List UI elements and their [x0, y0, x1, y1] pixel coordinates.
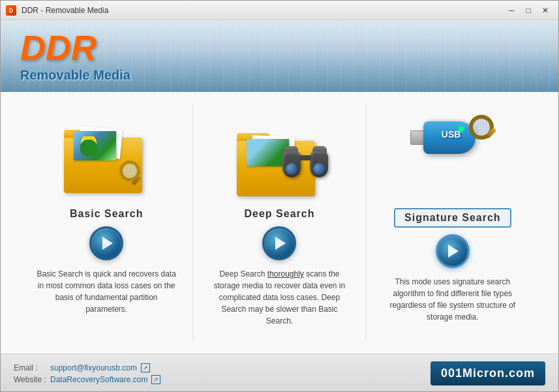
email-external-link-icon[interactable]: ↗ [141, 363, 150, 372]
main-content: Basic Search Basic Search is quick and r… [1, 92, 558, 354]
header-text-block: DDR Removable Media [20, 30, 130, 83]
email-label: Email : [14, 363, 46, 372]
photo-front [74, 131, 116, 160]
magnifier-circle [119, 160, 140, 181]
footer: Email : support@fixyourusb.com ↗ Website… [1, 354, 558, 392]
brand-badge: 001Micron.com [431, 361, 545, 385]
signature-search-icon-container: USB [400, 112, 505, 203]
bino-left-lens [286, 163, 297, 175]
binoculars-folder-icon [237, 118, 322, 196]
play-triangle-icon [448, 245, 459, 258]
signature-search-option: USB Signature Search This mode uses sign… [367, 105, 539, 340]
usb-magnifier [469, 115, 505, 151]
basic-search-play-button[interactable] [89, 226, 123, 260]
minimize-button[interactable]: ─ [504, 4, 519, 17]
brand-title: DDR [20, 30, 130, 65]
photo-flower [76, 136, 102, 156]
website-link[interactable]: DataRecoverySoftware.com [50, 375, 147, 384]
signature-search-label: Signature Search [394, 208, 511, 228]
deep-search-play-button[interactable] [262, 226, 296, 260]
footer-links: Email : support@fixyourusb.com ↗ Website… [14, 363, 160, 384]
header-banner: DDR Removable Media [1, 20, 558, 92]
maximize-button[interactable]: □ [521, 4, 536, 17]
basic-search-label: Basic Search [70, 208, 144, 220]
bino-left-barrel [282, 151, 301, 177]
window-title: DDR - Removable Media [22, 6, 108, 15]
folder-photos [74, 128, 129, 164]
close-button[interactable]: ✕ [537, 4, 553, 17]
brand-subtitle: Removable Media [20, 68, 130, 83]
folder-magnifier-icon [64, 121, 149, 193]
usb-magnifier-icon: USB [400, 115, 505, 200]
bino-right-barrel [310, 151, 328, 177]
title-bar-controls: ─ □ ✕ [504, 4, 553, 17]
mag-handle-icon [485, 127, 496, 139]
website-row: Website : DataRecoverySoftware.com ↗ [14, 375, 160, 384]
basic-search-option: Basic Search Basic Search is quick and r… [20, 105, 193, 340]
bino-bridge [299, 155, 311, 160]
magnifier-icon [119, 160, 149, 190]
basic-search-description: Basic Search is quick and recovers data … [35, 268, 178, 315]
deep-search-option: Deep Search Deep Search thoroughly scans… [193, 105, 366, 340]
play-triangle-icon [102, 237, 113, 250]
email-link[interactable]: support@fixyourusb.com [50, 363, 137, 372]
play-triangle-icon [275, 237, 286, 250]
basic-search-icon [54, 112, 159, 203]
deep-search-icon-container [227, 112, 331, 203]
signature-search-play-button[interactable] [436, 234, 470, 268]
signature-search-description: This mode uses signature search algorith… [381, 276, 524, 323]
usb-label: USB [442, 129, 461, 140]
binoculars [282, 146, 328, 182]
website-external-link-icon[interactable]: ↗ [151, 375, 160, 384]
website-label: Website : [14, 375, 46, 384]
title-bar-left: D DDR - Removable Media [6, 5, 108, 16]
deep-search-label: Deep Search [245, 208, 315, 220]
magnifier-handle [131, 175, 142, 186]
bino-right-lens [313, 163, 325, 175]
deep-search-description: Deep Search thoroughly scans the storage… [207, 268, 351, 327]
usb-body: USB [423, 121, 476, 154]
app-icon: D [6, 5, 16, 16]
mag-circle [469, 115, 494, 140]
title-bar: D DDR - Removable Media ─ □ ✕ [1, 1, 558, 20]
usb-activity-light [459, 127, 464, 132]
email-row: Email : support@fixyourusb.com ↗ [14, 363, 160, 372]
